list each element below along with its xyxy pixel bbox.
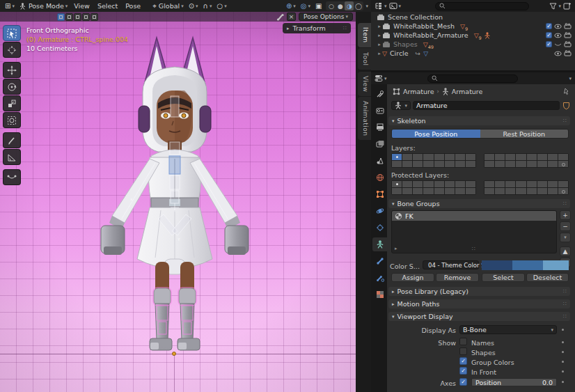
layer-cell[interactable]	[392, 161, 402, 167]
animate-dot[interactable]	[562, 341, 564, 343]
expand-arrow-icon[interactable]: ▸	[377, 24, 382, 29]
layer-cell[interactable]	[548, 154, 558, 160]
layer-cell[interactable]	[392, 188, 402, 194]
outliner-row-scene-collection[interactable]: Scene Collection	[371, 13, 575, 22]
exclude-checkbox[interactable]: ✓	[546, 23, 552, 29]
layer-cell[interactable]	[485, 161, 494, 167]
shading-wireframe-button[interactable]: ○	[326, 1, 336, 10]
layer-cell[interactable]	[527, 181, 537, 187]
layer-cell[interactable]	[485, 188, 494, 194]
layer-cell[interactable]	[434, 154, 444, 160]
outliner-row-shapes-collection[interactable]: ▸ Shapes ▽49 ✓	[371, 40, 575, 49]
layer-cell[interactable]	[392, 181, 402, 187]
fake-user-shield-icon[interactable]	[562, 102, 570, 110]
properties-options-dropdown[interactable]: ▾	[569, 76, 572, 81]
layer-cell[interactable]	[445, 188, 455, 194]
animate-dot[interactable]	[562, 329, 564, 331]
layer-cell[interactable]	[495, 181, 505, 187]
display-as-dropdown[interactable]: B-Bone▾	[459, 325, 557, 334]
select-mode-set[interactable]	[57, 13, 65, 21]
sidebar-tab-tool[interactable]: Tool	[358, 48, 371, 70]
layer-cell[interactable]	[558, 181, 568, 187]
bone-filter-icon[interactable]	[276, 13, 285, 21]
bone-group-specials-button[interactable]: ▾	[560, 233, 571, 242]
panel-header-motion-paths[interactable]: ▸ Motion Paths ∷	[388, 299, 570, 308]
disable-render-camera-icon[interactable]	[564, 23, 572, 29]
tool-pose-breakdowner[interactable]	[3, 169, 21, 185]
layer-cell[interactable]	[527, 161, 537, 167]
tool-transform[interactable]	[3, 112, 21, 128]
outliner-row-armature-collection[interactable]: ▸ WhiteRabbit_Armature ▽9 ✓	[371, 31, 575, 40]
layer-cell[interactable]	[495, 188, 505, 194]
bone-group-item[interactable]: FK	[392, 211, 556, 221]
pose-position-button[interactable]: Pose Position	[392, 130, 480, 138]
new-collection-button[interactable]	[563, 2, 572, 10]
tab-render[interactable]	[372, 104, 387, 118]
hide-eye-icon[interactable]	[554, 51, 562, 56]
breadcrumb-data[interactable]: Armature	[452, 88, 483, 95]
layer-cell[interactable]	[423, 181, 433, 187]
in-front-checkbox[interactable]: ✓	[459, 367, 467, 375]
layer-cell[interactable]	[537, 181, 547, 187]
tool-measure[interactable]	[3, 149, 21, 165]
color-set-dropdown[interactable]: 04 - Theme Color Set ▾	[423, 260, 479, 269]
breadcrumb-object[interactable]: Armature	[403, 88, 434, 95]
list-filter-toggle[interactable]: ▸	[395, 246, 397, 251]
layer-cell[interactable]	[455, 154, 465, 160]
hidden-eye-closed-icon[interactable]	[554, 42, 562, 47]
layer-cell[interactable]	[527, 188, 537, 194]
tool-select-box[interactable]	[3, 25, 21, 41]
layer-cell[interactable]	[455, 181, 465, 187]
add-bone-group-button[interactable]: +	[560, 210, 571, 220]
panel-header-viewport-display[interactable]: ▾ Viewport Display ∷	[388, 312, 570, 321]
layer-cell[interactable]	[516, 154, 526, 160]
layer-cell[interactable]	[413, 181, 423, 187]
rest-position-button[interactable]: Rest Position	[480, 130, 569, 138]
outliner-search-field[interactable]	[435, 2, 529, 10]
layer-cell[interactable]	[466, 161, 475, 167]
exclude-checkbox[interactable]: ✓	[546, 41, 552, 47]
layer-cell[interactable]	[402, 181, 412, 187]
layer-cell[interactable]	[485, 181, 494, 187]
tool-move[interactable]	[3, 62, 21, 78]
transform-panel-header[interactable]: ▸ Transform ∷	[283, 23, 351, 33]
layer-cell[interactable]	[413, 154, 423, 160]
select-mode-intersect[interactable]	[90, 13, 98, 21]
layer-cell[interactable]	[434, 161, 444, 167]
layer-cell[interactable]	[445, 154, 455, 160]
layer-cell[interactable]	[548, 188, 558, 194]
layer-cell[interactable]	[434, 181, 444, 187]
layer-cell[interactable]	[527, 154, 537, 160]
layer-cell[interactable]	[466, 154, 475, 160]
outliner-editor-type-button[interactable]: ▾	[375, 2, 387, 10]
tab-bone-constraints[interactable]	[372, 271, 387, 285]
layer-cell[interactable]	[445, 181, 455, 187]
outliner-row-mesh-collection[interactable]: ▸ WhiteRabbit_Mesh ▽9 ✓	[371, 22, 575, 31]
layer-cell[interactable]	[413, 161, 423, 167]
layer-cell[interactable]	[466, 181, 475, 187]
show-gizmo-toggle[interactable]: ⊕▾	[284, 3, 298, 10]
animate-dot[interactable]	[562, 361, 564, 363]
sidebar-tab-view[interactable]: View	[358, 72, 371, 96]
layer-cell[interactable]	[455, 188, 465, 194]
snap-button[interactable]: ∩▾	[201, 3, 214, 10]
layer-cell[interactable]	[423, 154, 433, 160]
hide-eye-icon[interactable]	[554, 24, 562, 29]
layer-cell[interactable]	[495, 154, 505, 160]
pin-icon[interactable]	[562, 88, 569, 95]
transform-orientation[interactable]: ⌖Global▾	[150, 2, 185, 10]
hide-eye-icon[interactable]	[554, 33, 562, 38]
animate-dot[interactable]	[562, 381, 564, 383]
panel-header-skeleton[interactable]: ▾ Skeleton ∷	[388, 116, 570, 125]
select-mode-extend[interactable]	[65, 13, 73, 21]
id-type-dropdown[interactable]: ▾	[391, 101, 411, 110]
tab-physics[interactable]	[372, 204, 387, 218]
expand-arrow-icon[interactable]: ▸	[377, 42, 382, 47]
disable-render-camera-icon[interactable]	[564, 41, 572, 47]
layer-cell[interactable]	[548, 181, 558, 187]
select-mode-invert[interactable]	[82, 13, 90, 21]
viewport-canvas[interactable]: Y x	[0, 12, 371, 392]
pivot-point-button[interactable]: ⊙▾	[187, 3, 200, 10]
deselect-button[interactable]: Deselect	[526, 273, 569, 282]
layer-cell[interactable]	[537, 188, 547, 194]
